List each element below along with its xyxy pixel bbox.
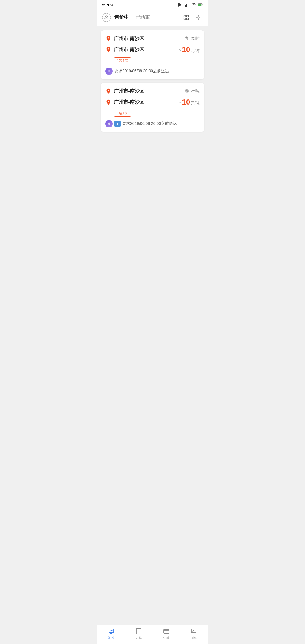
price-row-2: ¥ 10 元/吨: [179, 98, 200, 106]
inquiry-icon: [108, 628, 115, 635]
tags-row-1: 1装1卸: [114, 57, 200, 64]
price-row-1: ¥ 10 元/吨: [179, 45, 200, 54]
deadline-2: 要求2019/06/08 20:00之前送达: [122, 121, 177, 126]
header-actions: [182, 13, 203, 22]
svg-point-23: [193, 630, 194, 631]
svg-point-11: [198, 17, 199, 18]
dest-1: 广州市-南沙区: [105, 46, 144, 53]
tab-inquiring[interactable]: 询价中: [114, 14, 129, 21]
avatar-icon[interactable]: [102, 13, 111, 22]
dest-city-2: 广州市-南沙区: [114, 99, 144, 105]
play-icon: [178, 2, 183, 7]
main-content: 广州市-南沙区 卷 25吨 广州市-南沙区 ¥ 10 元/吨 1装1卸: [97, 26, 208, 157]
status-icons: [178, 2, 203, 7]
weight-label-1: 25吨: [191, 36, 200, 41]
dest-city-1: 广州市-南沙区: [114, 46, 144, 53]
svg-point-13: [108, 48, 109, 49]
signal-icon: [184, 2, 189, 7]
nav-inquiry[interactable]: 询价: [97, 628, 125, 640]
origin-city-2: 广州市-南沙区: [114, 88, 144, 94]
origin-pin-icon-1: [105, 36, 112, 42]
settings-icon-btn[interactable]: [194, 13, 203, 22]
price-unit-1: 元/吨: [191, 48, 200, 53]
svg-rect-5: [198, 4, 201, 6]
deadline-1: 要求2019/06/08 20:00之前送达: [114, 69, 169, 74]
dest-row-2: 广州市-南沙区 ¥ 10 元/吨: [105, 98, 200, 106]
bottom-nav: 询价 订单 结算: [97, 625, 208, 644]
origin-row-2: 广州市-南沙区 卷 25吨: [105, 88, 200, 94]
nav-inquiry-label: 询价: [108, 636, 114, 640]
dest-pin-icon-1: [105, 47, 112, 53]
svg-rect-2: [186, 4, 187, 7]
tag-1-0: 1装1卸: [114, 57, 131, 64]
svg-point-14: [108, 90, 109, 91]
svg-marker-0: [178, 3, 182, 7]
dest-pin-icon-2: [105, 99, 112, 105]
dest-2: 广州市-南沙区: [105, 99, 144, 105]
svg-rect-9: [184, 18, 186, 20]
badge-icon-2: 1: [114, 121, 121, 127]
dispatch-icon-1: 派: [105, 68, 113, 75]
status-bar: 23:09: [97, 0, 208, 10]
nav-settlement[interactable]: 结算: [152, 628, 180, 640]
svg-rect-3: [188, 3, 188, 7]
nav-message[interactable]: 消息: [180, 628, 208, 640]
origin-row-1: 广州市-南沙区 卷 25吨: [105, 35, 200, 42]
message-icon: [190, 628, 197, 635]
svg-rect-10: [187, 18, 188, 20]
origin-pin-icon-2: [105, 88, 112, 94]
svg-rect-8: [187, 15, 188, 17]
svg-rect-20: [164, 629, 169, 633]
nav-order-label: 订单: [136, 636, 142, 640]
windows-icon-btn[interactable]: [182, 13, 191, 22]
weight-label-2: 25吨: [191, 88, 200, 94]
tag-2-0: 1装1卸: [114, 110, 131, 117]
header-tabs: 询价中 已结束: [114, 14, 182, 21]
route-meta-1: 卷 25吨: [185, 36, 200, 41]
volume-label-2: 卷: [185, 88, 189, 94]
origin-1: 广州市-南沙区: [105, 35, 144, 42]
nav-order[interactable]: 订单: [125, 628, 153, 640]
svg-point-6: [106, 16, 108, 18]
svg-point-15: [108, 101, 109, 102]
info-row-1: 派 要求2019/06/08 20:00之前送达: [105, 68, 200, 75]
price-unit-2: 元/吨: [191, 101, 200, 106]
freight-card-2[interactable]: 广州市-南沙区 卷 25吨 广州市-南沙区 ¥ 10 元/吨 1装1卸: [101, 83, 204, 132]
tags-row-2: 1装1卸: [114, 110, 200, 117]
route-meta-2: 卷 25吨: [185, 88, 200, 94]
origin-city-1: 广州市-南沙区: [114, 35, 144, 42]
svg-rect-1: [185, 5, 186, 7]
battery-icon: [198, 2, 203, 7]
svg-rect-7: [184, 15, 186, 17]
volume-label-1: 卷: [185, 36, 189, 41]
order-icon: [135, 628, 142, 635]
header: 询价中 已结束: [97, 10, 208, 26]
price-value-2: 10: [182, 98, 190, 106]
svg-rect-16: [136, 628, 141, 634]
price-value-1: 10: [182, 45, 190, 54]
dispatch-icon-2: 派: [105, 120, 113, 127]
tab-ended[interactable]: 已结束: [136, 14, 150, 21]
info-row-2: 派 1 要求2019/06/08 20:00之前送达: [105, 120, 200, 127]
nav-message-label: 消息: [191, 636, 197, 640]
freight-card-1[interactable]: 广州市-南沙区 卷 25吨 广州市-南沙区 ¥ 10 元/吨 1装1卸: [101, 30, 204, 79]
wifi-icon: [191, 2, 196, 7]
svg-point-12: [108, 37, 109, 38]
nav-settlement-label: 结算: [163, 636, 169, 640]
origin-2: 广州市-南沙区: [105, 88, 144, 94]
dest-row-1: 广州市-南沙区 ¥ 10 元/吨: [105, 45, 200, 54]
status-time: 23:09: [102, 3, 113, 7]
settlement-icon: [163, 628, 170, 635]
